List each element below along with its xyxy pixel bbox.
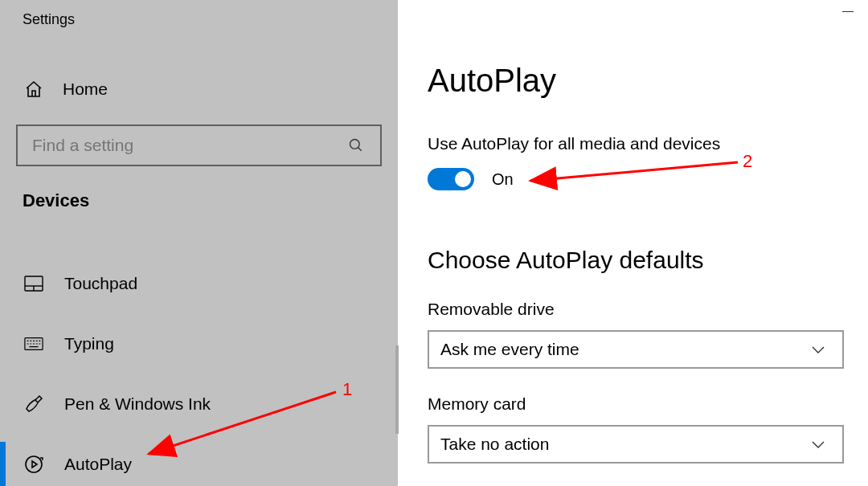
annotation-number-2: 2: [743, 151, 752, 172]
sidebar-item-touchpad[interactable]: Touchpad: [0, 253, 398, 313]
scrollbar[interactable]: [395, 345, 399, 434]
touchpad-icon: [24, 274, 43, 293]
sidebar-item-label: Touchpad: [64, 274, 137, 293]
annotation-number-1: 1: [342, 379, 352, 400]
defaults-heading: Choose AutoPlay defaults: [428, 247, 868, 274]
search-input[interactable]: [32, 136, 333, 155]
toggle-state-text: On: [492, 170, 514, 189]
toggle-label: Use AutoPlay for all media and devices: [428, 134, 868, 153]
pen-icon: [24, 394, 43, 414]
sidebar-item-label: Home: [63, 80, 108, 99]
toggle-knob: [455, 171, 471, 187]
chevron-down-icon: [809, 435, 828, 454]
search-container: [16, 125, 382, 166]
search-icon: [346, 136, 366, 155]
main-panel: AutoPlay Use AutoPlay for all media and …: [400, 0, 868, 486]
home-icon: [24, 80, 43, 99]
sidebar-item-home[interactable]: Home: [0, 68, 398, 110]
field-label-memory-card: Memory card: [428, 394, 868, 414]
autoplay-toggle[interactable]: [428, 168, 474, 190]
dropdown-value: Take no action: [440, 435, 549, 454]
search-input-box[interactable]: [16, 125, 382, 166]
field-label-removable-drive: Removable drive: [428, 300, 868, 319]
sidebar-item-label: Pen & Windows Ink: [64, 394, 211, 414]
dropdown-value: Ask me every time: [440, 340, 579, 359]
sidebar-item-pen[interactable]: Pen & Windows Ink: [0, 374, 398, 434]
chevron-down-icon: [809, 340, 828, 359]
keyboard-icon: [24, 334, 43, 353]
autoplay-icon: [24, 455, 43, 474]
sidebar-nav: Touchpad Typing Pen & Windows Ink: [0, 253, 398, 486]
sidebar-item-typing[interactable]: Typing: [0, 313, 398, 374]
page-title: AutoPlay: [428, 63, 868, 99]
sidebar: Settings Home Devices Touch: [0, 0, 398, 486]
dropdown-removable-drive[interactable]: Ask me every time: [428, 330, 844, 369]
svg-point-0: [350, 140, 360, 149]
sidebar-item-autoplay[interactable]: AutoPlay: [0, 434, 398, 486]
sidebar-item-label: AutoPlay: [64, 455, 132, 474]
sidebar-section-title: Devices: [0, 166, 398, 211]
app-title: Settings: [0, 0, 398, 28]
svg-point-3: [26, 456, 42, 472]
dropdown-memory-card[interactable]: Take no action: [428, 425, 844, 464]
minimize-icon[interactable]: [842, 11, 854, 13]
sidebar-item-label: Typing: [64, 334, 114, 353]
autoplay-toggle-row: On: [428, 168, 868, 190]
